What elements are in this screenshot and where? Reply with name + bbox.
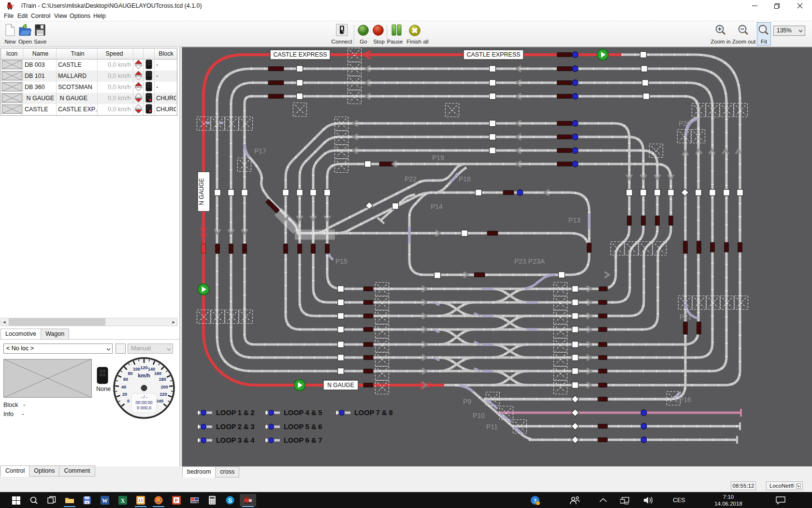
svg-text:LOOP 7 & 8: LOOP 7 & 8 [354, 409, 393, 417]
svg-text:LOOP 2 & 3: LOOP 2 & 3 [216, 423, 255, 431]
svg-text:P17: P17 [254, 147, 266, 155]
svg-text:P13: P13 [568, 216, 580, 224]
svg-text:P15: P15 [335, 257, 348, 265]
svg-text:P16: P16 [679, 396, 691, 403]
svg-text:W: W [102, 497, 108, 504]
svg-text:CASTLE EXPRESS: CASTLE EXPRESS [273, 51, 327, 58]
svg-text:P18: P18 [459, 175, 471, 183]
svg-text:20: 20 [122, 392, 127, 397]
svg-text:64: 64 [86, 501, 88, 504]
svg-text:60: 60 [123, 377, 128, 382]
svg-text:P: P [175, 497, 178, 503]
svg-text:80: 80 [128, 371, 132, 376]
svg-text:P20: P20 [679, 120, 691, 127]
svg-text:P21: P21 [680, 313, 692, 321]
svg-text:P14: P14 [431, 203, 443, 210]
svg-text:40: 40 [121, 385, 126, 389]
svg-text:LOOP 1 & 2: LOOP 1 & 2 [216, 409, 255, 417]
svg-text:16: 16 [197, 501, 199, 504]
svg-text:0 000,0: 0 000,0 [137, 405, 151, 410]
svg-text:X: X [121, 497, 125, 504]
svg-text:P19: P19 [432, 154, 444, 162]
svg-text:200: 200 [160, 385, 168, 389]
svg-text:N GAUGE: N GAUGE [327, 382, 354, 388]
svg-text:km/h: km/h [138, 373, 150, 378]
svg-text:- / -: - / - [141, 395, 147, 400]
svg-text:0: 0 [127, 399, 130, 403]
svg-text:P10: P10 [473, 412, 485, 419]
svg-text:LOOP 4 & 5: LOOP 4 & 5 [284, 409, 322, 417]
svg-text:00:00:00: 00:00:00 [135, 400, 152, 405]
svg-text:120: 120 [140, 365, 147, 370]
svg-text:P23 P23A: P23 P23A [514, 257, 545, 265]
svg-text:P22: P22 [405, 175, 417, 183]
svg-text:100: 100 [133, 367, 140, 372]
svg-text:S: S [228, 497, 232, 504]
svg-text:160: 160 [154, 371, 161, 376]
svg-text:LOOP 3 & 4: LOOP 3 & 4 [216, 436, 255, 444]
svg-text:LOOP 5 & 6: LOOP 5 & 6 [284, 423, 322, 431]
svg-text:P9: P9 [463, 398, 471, 405]
svg-text:220: 220 [160, 392, 167, 397]
svg-text:240: 240 [156, 399, 163, 403]
svg-text:P11: P11 [486, 423, 498, 431]
svg-text:CASTLE EXPRESS: CASTLE EXPRESS [466, 51, 520, 58]
svg-text:180: 180 [159, 377, 166, 382]
svg-text:O: O [139, 497, 143, 503]
svg-text:LOOP 6 & 7: LOOP 6 & 7 [284, 436, 322, 444]
svg-text:N GAUGE: N GAUGE [198, 178, 205, 205]
